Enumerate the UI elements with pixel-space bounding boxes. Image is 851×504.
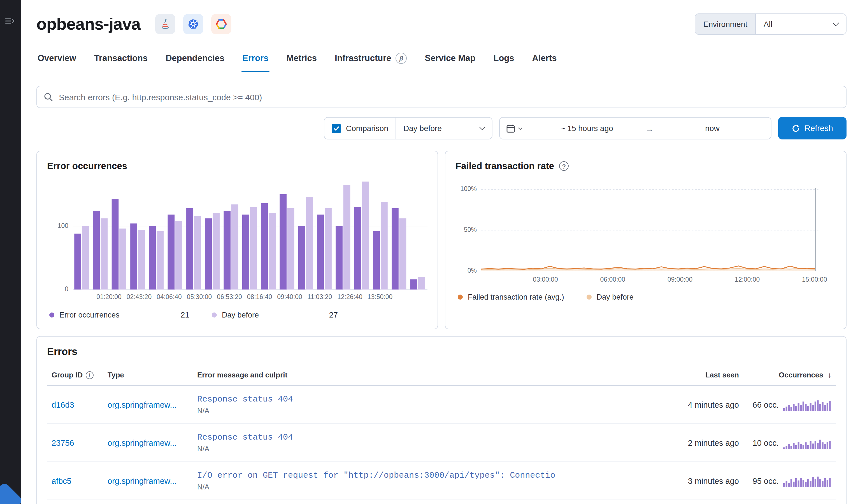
- tab-errors[interactable]: Errors: [241, 50, 269, 72]
- legend-dot: [587, 294, 591, 300]
- column-occurrences[interactable]: Occurrences ↓: [739, 371, 831, 379]
- occurrences-sparkline: [783, 436, 831, 449]
- x-axis-tick: 13:50:00: [368, 293, 393, 300]
- legend-label: Day before: [222, 310, 259, 319]
- x-axis-tick: 15:00:00: [802, 276, 827, 283]
- errors-table-header: Group ID i Type Error message and culpri…: [47, 364, 836, 386]
- table-row: afbc5org.springframew...I/O error on GET…: [47, 462, 836, 500]
- legend-item[interactable]: Day before: [587, 293, 634, 301]
- check-icon: [333, 125, 340, 132]
- date-range-end-button[interactable]: now: [654, 124, 771, 133]
- tab-label: Metrics: [286, 53, 317, 63]
- error-message-cell: I/O error on GET request for "http://opb…: [197, 471, 630, 491]
- tab-service-map[interactable]: Service Map: [424, 50, 477, 72]
- refresh-label: Refresh: [804, 124, 833, 133]
- column-occurrences-label: Occurrences: [779, 371, 823, 379]
- error-occurrences-title: Error occurrences: [47, 161, 127, 172]
- error-type-link[interactable]: org.springframew...: [108, 438, 197, 447]
- comparison-select[interactable]: Day before: [395, 118, 492, 139]
- error-message-link[interactable]: Response status 404: [197, 433, 623, 442]
- tab-label: Errors: [242, 53, 268, 63]
- tab-bar: OverviewTransactionsDependenciesErrorsMe…: [36, 50, 847, 72]
- error-culprit: N/A: [197, 444, 623, 453]
- tab-label: Infrastructure: [335, 53, 391, 63]
- error-type-link[interactable]: org.springframew...: [108, 476, 197, 485]
- x-axis-tick: 03:00:00: [533, 276, 558, 283]
- occurrences-count: 66 occ.: [753, 400, 779, 409]
- column-group-id-label: Group ID: [52, 371, 83, 379]
- tab-infrastructure[interactable]: Infrastructureβ: [334, 50, 408, 72]
- date-range-start-button[interactable]: ~ 15 hours ago: [528, 124, 645, 133]
- menu-expand-button[interactable]: [4, 16, 15, 28]
- tab-alerts[interactable]: Alerts: [531, 50, 558, 72]
- search-icon: [44, 92, 53, 102]
- error-group-id-link[interactable]: d16d3: [52, 400, 108, 409]
- environment-filter: Environment All: [695, 14, 847, 35]
- occurrences-cell: 95 occ.: [739, 474, 831, 487]
- chevron-down-icon: [479, 124, 486, 130]
- error-message-cell: Response status 404N/A: [197, 433, 630, 453]
- comparison-checkbox-group[interactable]: Comparison: [324, 118, 395, 139]
- error-message-link[interactable]: I/O error on GET request for "http://opb…: [197, 471, 623, 480]
- column-last-seen: Last seen: [630, 371, 739, 379]
- info-icon[interactable]: i: [85, 371, 93, 379]
- tab-label: Alerts: [532, 53, 557, 63]
- x-axis-tick: 08:16:40: [247, 293, 272, 300]
- error-group-id-link[interactable]: afbc5: [52, 476, 108, 485]
- y-axis-tick: 100%: [460, 185, 477, 192]
- tab-logs[interactable]: Logs: [492, 50, 515, 72]
- environment-select[interactable]: All: [755, 14, 846, 34]
- error-group-id-link[interactable]: 23756: [52, 438, 108, 447]
- legend-dot: [49, 312, 54, 317]
- kubernetes-icon: [183, 14, 203, 34]
- x-axis-tick: 05:30:00: [187, 293, 212, 300]
- y-axis-tick: 0%: [467, 267, 477, 274]
- tab-overview[interactable]: Overview: [36, 50, 77, 72]
- date-picker-menu-button[interactable]: [500, 118, 528, 139]
- column-type: Type: [108, 371, 197, 379]
- y-axis-tick: 0: [65, 286, 68, 292]
- legend-label: Day before: [597, 293, 634, 301]
- tab-dependencies[interactable]: Dependencies: [164, 50, 226, 72]
- sort-desc-icon: ↓: [828, 371, 831, 379]
- comparison-label: Comparison: [346, 124, 388, 133]
- comparison-control: Comparison Day before: [323, 117, 493, 140]
- tab-metrics[interactable]: Metrics: [285, 50, 318, 72]
- x-axis-tick: 01:20:00: [96, 293, 122, 300]
- arrow-right-icon: →: [645, 124, 654, 133]
- error-culprit: N/A: [197, 483, 623, 491]
- comparison-checkbox[interactable]: [331, 124, 341, 133]
- error-type-link[interactable]: org.springframew...: [108, 400, 197, 409]
- time-controls-row: Comparison Day before ~ 15: [36, 117, 847, 140]
- error-occurrences-panel: Error occurrences 0100 01:20:0002:43:200…: [36, 151, 438, 329]
- error-occurrences-chart: 0100 01:20:0002:43:2004:06:4005:30:0006:…: [47, 180, 427, 302]
- x-axis-tick: 02:43:20: [127, 293, 152, 300]
- bar-chart-x-axis: 01:20:0002:43:2004:06:4005:30:0006:53:20…: [73, 293, 427, 302]
- help-icon[interactable]: ?: [559, 161, 569, 171]
- y-axis-tick: 50%: [464, 226, 477, 233]
- last-seen-value: 4 minutes ago: [630, 400, 739, 409]
- error-message-cell: Response status 404N/A: [197, 395, 630, 415]
- menu-open-icon: [4, 16, 15, 26]
- occurrences-cell: 66 occ.: [739, 398, 831, 411]
- refresh-button[interactable]: Refresh: [778, 117, 847, 140]
- bar-chart-plot: [73, 180, 427, 289]
- legend-item[interactable]: Failed transaction rate (avg.): [458, 293, 564, 301]
- tab-transactions[interactable]: Transactions: [93, 50, 149, 72]
- tab-label: Transactions: [94, 53, 148, 63]
- legend-count: 21: [181, 310, 189, 319]
- legend-item[interactable]: Error occurrences21: [49, 310, 189, 319]
- error-message-link[interactable]: Response status 404: [197, 395, 623, 404]
- legend-item[interactable]: Day before27: [212, 310, 338, 319]
- tab-label: Dependencies: [165, 53, 224, 63]
- tab-label: Overview: [37, 53, 76, 63]
- x-axis-tick: 11:03:20: [307, 293, 332, 300]
- calendar-icon: [506, 124, 515, 133]
- tab-label: Logs: [493, 53, 514, 63]
- last-seen-value: 2 minutes ago: [630, 438, 739, 447]
- line-chart-legend: Failed transaction rate (avg.)Day before: [456, 293, 836, 301]
- line-chart-y-axis: 0%50%100%: [456, 188, 477, 285]
- chevron-down-icon: [518, 126, 522, 130]
- search-input[interactable]: [59, 92, 839, 102]
- table-row: d16d3org.springframew...Response status …: [47, 386, 836, 424]
